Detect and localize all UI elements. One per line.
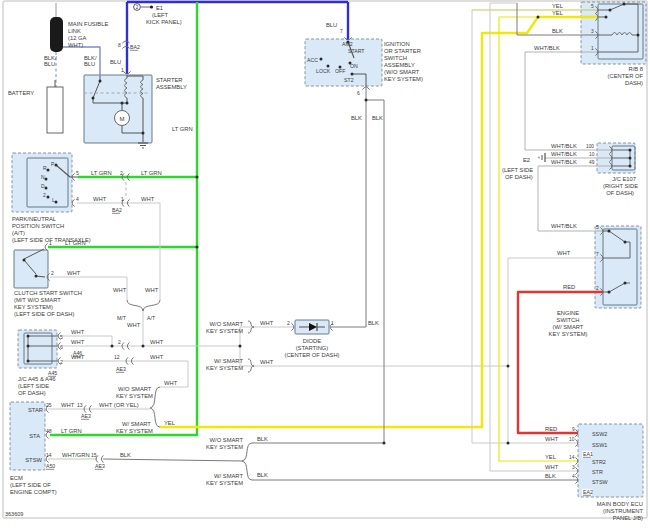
label-l: L [52,197,55,203]
wire-ecu-str-vert[interactable] [490,3,517,471]
label-blk: BLK [257,436,268,442]
label-13: 13 [77,402,83,408]
label-wht: WHT [141,196,155,202]
label-blk: BLK [368,320,379,326]
junction-dot-9 [537,16,540,19]
junction-dot-25 [629,165,632,168]
junction-dot-13 [126,102,129,105]
label-red: RED [563,284,575,290]
label-wht: WHT [93,196,107,202]
label-9: 9 [572,427,575,432]
label-12: 12 [114,354,120,360]
label-start: START [348,48,365,54]
main-body-ecu-box[interactable] [578,424,643,497]
label-ae3: AE3 [81,413,91,419]
label-stsw: STSW [25,457,42,463]
wire-e107-to-engine-sw[interactable] [538,166,612,231]
label-wht: WHT [164,380,178,386]
label-stsw: STSW [592,479,608,485]
junction-dot-36 [35,275,38,278]
label-key-system: KEY SYSTEM [206,480,243,486]
wire-jc-row5-wht[interactable] [62,336,112,346]
label-wht-blk: WHT/BLK [534,45,560,51]
label-1: 1 [591,46,594,51]
junction-dot-4 [142,345,145,348]
label-key-system: KEY SYSTEM [206,444,243,450]
label--w-smart: (W/ SMART [553,324,584,330]
label-6: 6 [60,344,63,350]
label-key-system-: KEY SYSTEM) [14,304,53,310]
junction-dot-27 [27,345,30,348]
label-wht: WHT [545,436,559,442]
label-ba2: BA2 [130,44,140,50]
label-of-dash-: OF DASH) [606,190,634,196]
label-2: 2 [118,339,121,345]
label-main-fusible: MAIN FUSIBLE [68,21,108,27]
label-e1: E1 [156,5,163,11]
label-wht-blk: WHT/BLK [551,159,577,165]
junction-dot-21 [608,291,611,294]
label-ecm: ECM [10,475,23,481]
label-r-b-8: R/B 8 [629,66,644,72]
junction-dot-11 [92,97,95,100]
junction-dot-24 [629,157,632,160]
wire-rb8-whtblk-to-e107[interactable] [525,52,612,150]
label-d: D [41,183,45,189]
label-blu: BLU [110,59,121,65]
label-st2: ST2 [344,77,354,83]
label-switch: SWITCH [557,317,580,323]
label-e2: E2 [523,157,530,163]
label-14: 14 [46,452,52,458]
label-of-dash-: OF DASH) [18,390,46,396]
label-blk: BLK [120,452,131,458]
label-ba2: BA2 [112,207,122,213]
label-or-starter: OR STARTER [384,48,421,54]
label-14: 14 [569,455,575,460]
wire-ignition-st2-exit[interactable] [366,88,384,100]
label-1: 1 [121,196,124,202]
label-j-c-a45-a46: J/C A45 & A46 [18,376,55,382]
label-wht-or-yel-: WHT (OR YEL) [99,402,139,408]
label-j-c-e107: J/C E107 [612,176,636,182]
label-6: 6 [357,90,360,96]
label-key-system-: KEY SYSTEM) [384,76,423,82]
label-363609: 363609 [5,511,23,517]
junction-dot-15 [609,9,612,12]
label-10: 10 [589,152,595,157]
label-8: 8 [118,42,121,48]
label--a-t-: (A/T) [12,230,25,236]
junction-dot-0 [196,176,199,179]
label-w-o-smart: W/O SMART [118,386,152,392]
label-wht-blk: WHT/BLK [551,151,577,157]
label-blk: BLK [351,115,362,121]
label-str2: STR2 [592,459,606,465]
label-engine-compt-: ENGINE COMPT) [10,489,57,495]
label-blk: BLK [545,473,556,479]
label-star: STAR [28,407,43,413]
junction-dot-20 [624,241,627,244]
label-2: 2 [596,286,599,291]
label-blk: BLK [372,115,383,121]
label-r: R [43,165,47,171]
connector-ae3-15 [96,455,103,462]
label-w-o-smart: W/O SMART [210,437,244,443]
e1-ground-dot [150,5,153,8]
junction-dot-22 [624,282,627,285]
label-lt-grn: LT GRN [91,170,112,176]
label-2: 2 [51,270,54,276]
wire-ecm-stsw-blk[interactable] [103,459,242,461]
wire-yel-str2-run[interactable] [499,17,578,461]
junction-dot-38 [320,58,323,61]
label--w-o-smart: (W/O SMART [384,69,420,75]
label-w-smart: W/ SMART [122,421,151,427]
label--left-side: (LEFT SIDE [18,383,49,389]
wire-pnp-pin4-row[interactable] [77,203,160,300]
engine-switch-outer[interactable] [595,226,641,308]
label-key-system: KEY SYSTEM [116,428,153,434]
label-ae3: AE3 [95,463,105,469]
label-of-dash-: OF DASH) [505,174,533,180]
label--12-ga: (12 GA [68,35,86,41]
label-5: 5 [596,225,599,230]
brace-blk-split [242,443,252,480]
label-5: 5 [591,4,594,9]
